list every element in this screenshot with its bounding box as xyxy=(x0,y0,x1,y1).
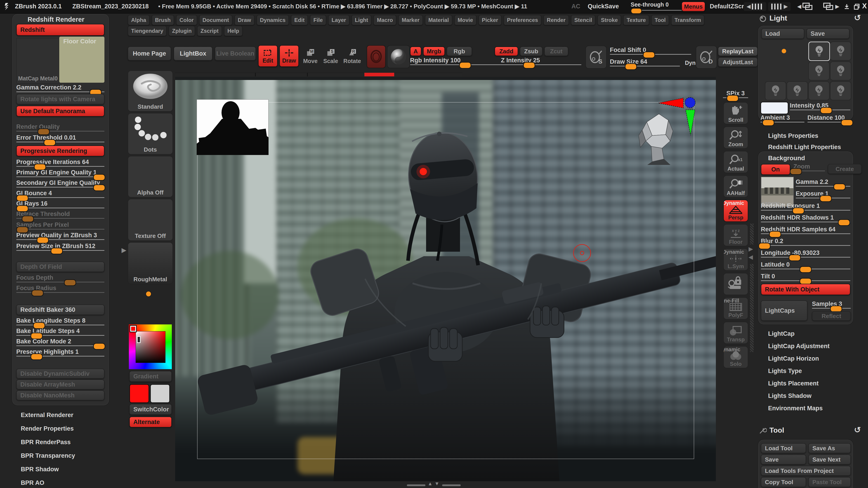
section-lights-properties[interactable]: Lights Properties xyxy=(768,132,818,139)
redshift-baker-button[interactable]: Redshift Baker 360 xyxy=(16,304,104,315)
aahalf-button[interactable]: AAHalf xyxy=(723,175,748,197)
scroll-down-arrow[interactable]: ▼ xyxy=(434,481,439,487)
section-lightcap-horizon[interactable]: LightCap Horizon xyxy=(768,355,819,362)
live-boolean-button[interactable]: Live Boolean xyxy=(215,46,256,61)
menu-draw[interactable]: Draw xyxy=(235,15,254,25)
section-render-properties[interactable]: Render Properties xyxy=(21,425,74,432)
edit-button[interactable]: Edit xyxy=(258,45,278,67)
samples-per-pixel-slider[interactable]: Samples Per Pixel xyxy=(16,221,104,230)
section-rs-light-properties[interactable]: Redshift Light Properties xyxy=(768,144,841,151)
material-cell[interactable]: RoughMetal xyxy=(128,242,173,284)
adjust-last-button[interactable]: AdjustLast xyxy=(718,57,758,67)
lightcaps-button[interactable]: LightCaps xyxy=(761,300,807,321)
section-lights-placement[interactable]: Lights Placement xyxy=(768,380,819,387)
left-collapse-arrow[interactable]: ▶ xyxy=(122,247,126,254)
menu-marker[interactable]: Marker xyxy=(398,15,423,25)
menu-stencil[interactable]: Stencil xyxy=(571,15,596,25)
preview-quality-slider[interactable]: Preview Quality in ZBrush 3 xyxy=(16,232,104,240)
axis-gizmo[interactable] xyxy=(657,93,702,138)
menu-dynamics[interactable]: Dynamics xyxy=(256,15,289,25)
brush-cell[interactable]: Standard xyxy=(128,70,173,111)
floor-color-swatch[interactable]: Floor Color xyxy=(59,37,104,83)
light-intensity-slider[interactable]: Intensity 0.85 xyxy=(790,102,850,110)
menu-tool[interactable]: Tool xyxy=(651,15,669,25)
menu-tiengendary[interactable]: Tiengendary xyxy=(128,26,166,36)
light-slot-2[interactable] xyxy=(830,41,851,61)
rotate-button[interactable]: R Rotate xyxy=(342,45,363,67)
menu-preferences[interactable]: Preferences xyxy=(504,15,541,25)
menu-movie[interactable]: Movie xyxy=(454,15,476,25)
move-button[interactable]: M Move xyxy=(301,45,320,67)
persp-button[interactable]: Dynamic Persp xyxy=(723,200,748,222)
menu-texture[interactable]: Texture xyxy=(623,15,649,25)
light-slot-3[interactable] xyxy=(808,61,830,80)
menu-render[interactable]: Render xyxy=(544,15,569,25)
save-next-button[interactable]: Save Next xyxy=(808,455,851,464)
menu-macro[interactable]: Macro xyxy=(373,15,396,25)
gi-bounce-slider[interactable]: GI Bounce 4 xyxy=(16,190,104,198)
matcap-swatch[interactable]: MatCap Metal0 xyxy=(16,38,59,84)
menu-picker[interactable]: Picker xyxy=(478,15,502,25)
secondary-gi-slider[interactable]: Secondary GI Engine Quality xyxy=(16,180,104,188)
distance-slider[interactable]: Distance 100 xyxy=(807,114,850,123)
section-bpr-shadow[interactable]: BPR Shadow xyxy=(21,466,59,473)
redshift-exposure-slider[interactable]: Redshift Exposure 1 xyxy=(761,202,850,210)
paste-tool-button[interactable]: Paste Tool xyxy=(808,477,851,487)
light-slot-1[interactable] xyxy=(808,41,830,61)
menu-alpha[interactable]: Alpha xyxy=(128,15,150,25)
gamma-correction-slider[interactable]: Gamma Correction 2.2 xyxy=(16,84,104,92)
light-slot-8[interactable] xyxy=(830,81,851,100)
tool-reset-icon[interactable]: ↺ xyxy=(854,425,861,435)
transp-button[interactable]: Transp xyxy=(723,322,748,344)
background-exposure-slider[interactable]: Exposure 1 xyxy=(796,190,850,198)
gi-rays-slider[interactable]: GI Rays 16 xyxy=(16,200,104,208)
progressive-rendering-button[interactable]: Progressive Rendering xyxy=(16,145,104,156)
material-sphere-button[interactable] xyxy=(387,45,410,68)
hue-selector[interactable] xyxy=(130,326,136,332)
save-as-button[interactable]: Save As xyxy=(808,443,851,453)
current-brush-button[interactable] xyxy=(367,45,385,68)
blur-slider[interactable]: Blur 0.2 xyxy=(761,238,850,246)
menu-edit[interactable]: Edit xyxy=(291,15,308,25)
background-title[interactable]: Background xyxy=(768,155,805,162)
scroll-up-arrow[interactable]: ▲ xyxy=(428,481,433,487)
quicksave-button[interactable]: QuickSave xyxy=(588,3,619,10)
menu-layer[interactable]: Layer xyxy=(328,15,349,25)
see-through-knob[interactable] xyxy=(631,8,642,14)
light-position-dot[interactable] xyxy=(782,49,786,53)
sv-selector[interactable] xyxy=(137,336,141,343)
light-save-button[interactable]: Save xyxy=(807,29,849,39)
prev-layout-icon[interactable]: ◀ xyxy=(794,2,818,11)
menu-material[interactable]: Material xyxy=(425,15,452,25)
disable-dynamicsubdiv-button[interactable]: Disable DynamicSubdiv xyxy=(16,369,104,379)
light-panel-title[interactable]: Light xyxy=(770,14,787,22)
section-environment-maps[interactable]: Environment Maps xyxy=(768,405,823,412)
retrace-threshold-slider[interactable]: Retrace Threshold xyxy=(16,210,104,219)
next-layout-icon[interactable]: ▶ xyxy=(818,2,843,11)
viewport-canvas[interactable] xyxy=(175,77,716,481)
stroke-d-button[interactable]: D xyxy=(696,46,717,69)
actual-button[interactable]: x1 Actual xyxy=(723,151,748,173)
light-color-swatch[interactable] xyxy=(761,102,788,114)
secondary-color-swatch[interactable] xyxy=(150,384,170,403)
zsub-button[interactable]: Zsub xyxy=(520,46,542,56)
alpha-cell[interactable]: Alpha Off xyxy=(128,156,173,197)
tool-panel-title[interactable]: Tool xyxy=(770,426,784,434)
bake-latitude-slider[interactable]: Bake Latitude Steps 4 xyxy=(16,328,104,336)
rgb-intensity-slider[interactable]: Rgb Intensity 100 xyxy=(410,57,505,65)
depth-of-field-button[interactable]: Depth Of Field xyxy=(16,262,104,272)
replay-last-button[interactable]: ReplayLast xyxy=(718,46,758,56)
light-load-button[interactable]: Load xyxy=(761,29,804,39)
spix-slider[interactable]: SPix 3 xyxy=(723,90,748,98)
background-create-button[interactable]: Create xyxy=(828,164,862,174)
menu-stroke[interactable]: Stroke xyxy=(597,15,621,25)
section-bpr-renderpass[interactable]: BPR RenderPass xyxy=(21,439,71,446)
section-lightcap-adjustment[interactable]: LightCap Adjustment xyxy=(768,343,830,350)
rotate-lights-button[interactable]: Rotate lights with Camera xyxy=(16,94,104,104)
latitude-slider[interactable]: Latitude 0 xyxy=(761,261,850,269)
copy-tool-button[interactable]: Copy Tool xyxy=(761,477,806,487)
camera-lock-button[interactable] xyxy=(723,273,748,295)
close-icon[interactable]: X xyxy=(862,2,867,10)
menu-help[interactable]: Help xyxy=(224,26,243,36)
light-slot-4[interactable] xyxy=(830,61,851,80)
